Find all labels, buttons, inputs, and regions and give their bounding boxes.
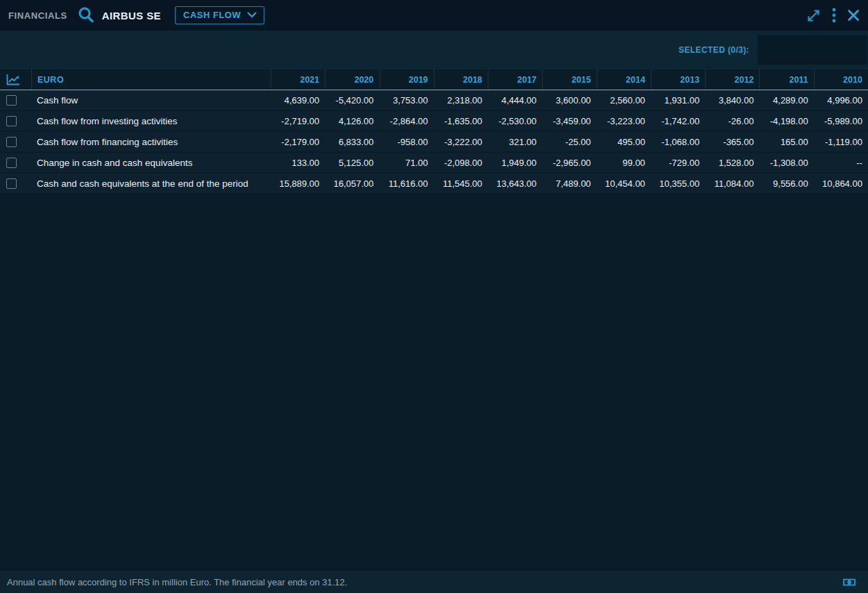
value-cell: 3,840.00 <box>705 90 759 110</box>
value-cell: -5,989.00 <box>814 111 868 131</box>
value-cell: -729.00 <box>651 153 705 172</box>
cashflow-table: EURO 20212020201920182017201520142013201… <box>0 69 868 193</box>
value-cell: 4,126.00 <box>325 111 379 131</box>
search-icon[interactable] <box>77 6 95 24</box>
currency-header: EURO <box>31 69 271 90</box>
selected-items-box[interactable] <box>758 35 867 65</box>
value-cell: 3,600.00 <box>542 90 596 110</box>
row-values: 4,639.00-5,420.003,753.002,318.004,444.0… <box>271 90 868 110</box>
row-checkbox[interactable] <box>6 158 17 168</box>
row-checkbox[interactable] <box>6 137 17 147</box>
company-name: AIRBUS SE <box>102 10 161 22</box>
row-values: -2,179.006,833.00-958.00-3,222.00321.00-… <box>271 132 868 151</box>
year-header-2012: 2012 <box>705 69 759 90</box>
row-label: Cash and cash equivalents at the end of … <box>31 178 271 189</box>
checkbox-cell <box>0 158 31 168</box>
filter-band: SELECTED (0/3): <box>0 31 868 69</box>
year-header-2010: 2010 <box>814 69 868 90</box>
row-checkbox[interactable] <box>6 116 17 126</box>
value-cell: 7,489.00 <box>542 174 596 193</box>
year-header-2021: 2021 <box>271 69 325 90</box>
value-cell: 4,639.00 <box>271 90 325 110</box>
checkbox-cell <box>0 95 31 106</box>
row-values: -2,719.004,126.00-2,864.00-1,635.00-2,53… <box>271 111 868 131</box>
table-row: Cash flow from investing activities -2,7… <box>0 111 868 131</box>
value-cell: 15,889.00 <box>271 174 325 193</box>
link-icon <box>843 578 856 586</box>
search-icon-glyph <box>77 6 95 24</box>
close-button[interactable] <box>847 9 860 22</box>
row-values: 133.005,125.0071.00-2,098.001,949.00-2,9… <box>271 153 868 172</box>
financials-window: FINANCIALS AIRBUS SE CASH FLOW <box>0 0 868 593</box>
close-icon <box>847 9 860 22</box>
row-checkbox[interactable] <box>6 95 17 106</box>
value-cell: 4,444.00 <box>488 90 542 110</box>
link-button[interactable] <box>843 578 856 586</box>
value-cell: -2,179.00 <box>271 132 325 151</box>
year-header-2011: 2011 <box>759 69 813 90</box>
app-title: FINANCIALS <box>8 10 67 21</box>
value-cell: -1,068.00 <box>651 132 705 151</box>
row-checkbox[interactable] <box>6 178 17 189</box>
row-values: 15,889.0016,057.0011,616.0011,545.0013,6… <box>271 174 868 193</box>
checkbox-cell <box>0 178 31 189</box>
value-cell: 495.00 <box>597 132 651 151</box>
row-label: Cash flow from investing activities <box>31 116 271 126</box>
value-cell: -2,965.00 <box>542 153 596 172</box>
value-cell: 10,864.00 <box>814 174 868 193</box>
year-header-2017: 2017 <box>488 69 542 90</box>
value-cell: 99.00 <box>597 153 651 172</box>
value-cell: -4,198.00 <box>759 111 813 131</box>
value-cell: 1,528.00 <box>705 153 759 172</box>
value-cell: 10,454.00 <box>597 174 651 193</box>
value-cell: -2,864.00 <box>380 111 434 131</box>
topbar: FINANCIALS AIRBUS SE CASH FLOW <box>0 0 868 31</box>
value-cell: 5,125.00 <box>325 153 379 172</box>
value-cell: -5,420.00 <box>325 90 379 110</box>
value-cell: 11,545.00 <box>434 174 488 193</box>
value-cell: -1,119.00 <box>814 132 868 151</box>
value-cell: -3,223.00 <box>597 111 651 131</box>
value-cell: 9,556.00 <box>759 174 813 193</box>
value-cell: -1,742.00 <box>651 111 705 131</box>
value-cell: 16,057.00 <box>325 174 379 193</box>
statement-dropdown[interactable]: CASH FLOW <box>175 6 264 24</box>
selected-count-label: SELECTED (0/3): <box>679 45 749 55</box>
value-cell: -1,635.00 <box>434 111 488 131</box>
value-cell: -3,459.00 <box>542 111 596 131</box>
value-cell: 4,289.00 <box>759 90 813 110</box>
year-headers: 2021202020192018201720152014201320122011… <box>271 69 868 90</box>
value-cell: -26.00 <box>705 111 759 131</box>
value-cell: -2,530.00 <box>488 111 542 131</box>
value-cell: -25.00 <box>542 132 596 151</box>
year-header-2014: 2014 <box>597 69 651 90</box>
table-body: Cash flow 4,639.00-5,420.003,753.002,318… <box>0 90 868 193</box>
value-cell: -1,308.00 <box>759 153 813 172</box>
year-header-2013: 2013 <box>651 69 705 90</box>
value-cell: -2,098.00 <box>434 153 488 172</box>
value-cell: 2,318.00 <box>434 90 488 110</box>
chevron-down-icon <box>247 12 257 18</box>
more-options-button[interactable] <box>832 8 836 23</box>
expand-icon <box>806 8 821 23</box>
year-header-2019: 2019 <box>380 69 434 90</box>
table-row: Change in cash and cash equivalents 133.… <box>0 153 868 172</box>
value-cell: -- <box>814 153 868 172</box>
value-cell: 11,084.00 <box>705 174 759 193</box>
value-cell: 2,560.00 <box>597 90 651 110</box>
table-row: Cash and cash equivalents at the end of … <box>0 174 868 193</box>
value-cell: 321.00 <box>488 132 542 151</box>
topbar-actions <box>806 8 860 23</box>
value-cell: 13,643.00 <box>488 174 542 193</box>
checkbox-cell <box>0 116 31 126</box>
kebab-menu-icon <box>832 8 836 23</box>
expand-button[interactable] <box>806 8 821 23</box>
value-cell: -958.00 <box>380 132 434 151</box>
value-cell: 71.00 <box>380 153 434 172</box>
footer-bar: Annual cash flow according to IFRS in mi… <box>0 571 868 593</box>
chart-header-cell <box>0 74 31 85</box>
value-cell: -3,222.00 <box>434 132 488 151</box>
value-cell: 6,833.00 <box>325 132 379 151</box>
statement-dropdown-label: CASH FLOW <box>183 10 241 20</box>
chart-view-button[interactable] <box>6 74 20 85</box>
